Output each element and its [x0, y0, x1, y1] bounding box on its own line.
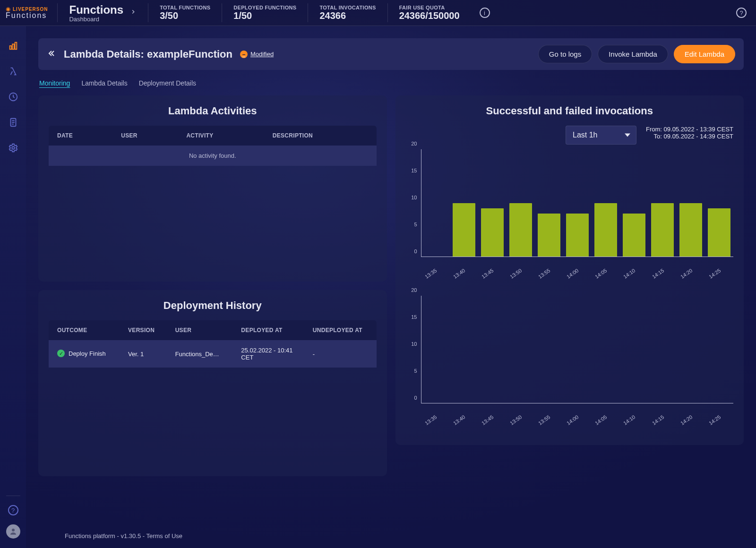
- time-range-meta: From: 09.05.2022 - 13:39 CEST To: 09.05.…: [646, 126, 733, 140]
- svg-point-8: [12, 146, 15, 149]
- svg-point-9: [12, 529, 15, 531]
- gear-icon[interactable]: [8, 142, 19, 154]
- brand-bottom: Functions: [6, 11, 48, 20]
- history-title: Deployment History: [49, 300, 377, 312]
- range-value: Last 1h: [573, 131, 597, 139]
- metric-label: TOTAL INVOCATIONS: [319, 5, 376, 10]
- tab-deployment-details[interactable]: Deployment Details: [139, 79, 196, 87]
- document-icon[interactable]: [8, 117, 19, 128]
- top-header: ◉ LIVEPERSON Functions Functions Dashboa…: [0, 0, 756, 26]
- tab-lambda-details[interactable]: Lambda Details: [81, 79, 127, 87]
- bar: [509, 203, 532, 257]
- footer-platform: Functions platform - v1.30.5: [65, 532, 141, 539]
- metric-value: 24366/150000: [399, 10, 460, 21]
- metric-value: 3/50: [160, 10, 210, 21]
- bar: [538, 214, 560, 257]
- svg-rect-0: [9, 46, 11, 49]
- clock-icon[interactable]: [8, 91, 19, 103]
- empty-text: No activity found.: [49, 146, 377, 166]
- bar: [481, 208, 504, 257]
- metric: TOTAL FUNCTIONS3/50: [148, 3, 222, 22]
- bar: [708, 208, 730, 257]
- metric-label: FAIR USE QUOTA: [399, 5, 460, 10]
- metric-value: 24366: [319, 10, 376, 21]
- table-row: No activity found.: [49, 146, 377, 166]
- metric-value: 1/50: [233, 10, 296, 21]
- lambda-icon[interactable]: [8, 66, 19, 77]
- modified-dot-icon: –: [240, 51, 248, 58]
- bar: [623, 214, 645, 257]
- metric: TOTAL INVOCATIONS24366: [308, 3, 387, 22]
- badge-label: Modified: [250, 51, 274, 58]
- range-from: From: 09.05.2022 - 13:39 CEST: [646, 126, 733, 133]
- header-metrics: TOTAL FUNCTIONS3/50DEPLOYED FUNCTIONS1/5…: [148, 3, 471, 22]
- metric-label: DEPLOYED FUNCTIONS: [233, 5, 296, 10]
- svg-rect-1: [12, 44, 14, 49]
- col-deployed: DEPLOYED AT: [232, 320, 304, 340]
- activities-card: Lambda Activities DATE USER ACTIVITY DES…: [38, 95, 387, 282]
- help-icon[interactable]: ?: [736, 8, 747, 18]
- edit-lambda-button[interactable]: Edit Lambda: [674, 45, 735, 63]
- status-badge[interactable]: – Modified: [240, 51, 274, 58]
- bar: [566, 214, 589, 257]
- invocations-card: Successful and failed invocations Last 1…: [395, 95, 744, 445]
- col-undeployed: UNDEPLOYED AT: [304, 320, 377, 340]
- success-chart: 0510152013:3513:4013:4513:5013:5514:0014…: [406, 149, 734, 267]
- time-range-select[interactable]: Last 1h: [566, 126, 636, 145]
- invoke-lambda-button[interactable]: Invoke Lambda: [598, 45, 668, 63]
- col-date: DATE: [49, 126, 112, 146]
- brand-top: LIVEPERSON: [13, 7, 48, 12]
- terms-link[interactable]: Terms of Use: [146, 532, 182, 539]
- page-title: Lambda Details: exampleFunction: [64, 48, 232, 60]
- bar: [651, 203, 674, 257]
- bar: [679, 203, 702, 257]
- dashboard-icon[interactable]: [8, 40, 19, 51]
- col-user: USER: [112, 126, 178, 146]
- tabs: Monitoring Lambda Details Deployment Det…: [39, 79, 743, 87]
- failed-chart: 0510152013:3513:4013:4513:5013:5514:0014…: [406, 296, 734, 414]
- main-content: Lambda Details: exampleFunction – Modifi…: [26, 26, 756, 548]
- sidebar: ?: [0, 26, 26, 548]
- metric: FAIR USE QUOTA24366/150000: [388, 3, 471, 22]
- activities-title: Lambda Activities: [49, 105, 377, 117]
- history-card: Deployment History OUTCOME VERSION USER …: [38, 290, 387, 476]
- breadcrumb[interactable]: Functions Dashboard: [58, 3, 148, 22]
- col-outcome: OUTCOME: [49, 320, 120, 340]
- page-header: Lambda Details: exampleFunction – Modifi…: [38, 38, 744, 70]
- tab-monitoring[interactable]: Monitoring: [39, 79, 70, 87]
- col-huser: USER: [167, 320, 233, 340]
- table-row[interactable]: ✓Deploy FinishVer. 1Functions_De…25.02.2…: [49, 340, 377, 368]
- crumb-subtitle: Dashboard: [69, 16, 123, 23]
- back-icon[interactable]: [47, 49, 56, 60]
- help-sidebar-icon[interactable]: ?: [8, 505, 19, 516]
- invocations-title: Successful and failed invocations: [406, 105, 734, 117]
- bar: [453, 203, 475, 257]
- activities-table: DATE USER ACTIVITY DESCRIPTION No activi…: [49, 126, 377, 166]
- footer: Functions platform - v1.30.5 - Terms of …: [65, 532, 182, 539]
- bar: [594, 203, 617, 257]
- history-table: OUTCOME VERSION USER DEPLOYED AT UNDEPLO…: [49, 320, 377, 368]
- check-icon: ✓: [57, 350, 65, 357]
- avatar[interactable]: [6, 524, 20, 539]
- metric: DEPLOYED FUNCTIONS1/50: [222, 3, 308, 22]
- info-icon[interactable]: i: [471, 8, 490, 18]
- col-description: DESCRIPTION: [264, 126, 377, 146]
- svg-rect-2: [15, 43, 17, 50]
- brand-logo: ◉ LIVEPERSON Functions: [4, 3, 58, 22]
- col-activity: ACTIVITY: [178, 126, 264, 146]
- go-to-logs-button[interactable]: Go to logs: [538, 45, 592, 63]
- col-version: VERSION: [120, 320, 167, 340]
- chevron-right-icon: [130, 9, 137, 17]
- metric-label: TOTAL FUNCTIONS: [160, 5, 210, 10]
- range-to: To: 09.05.2022 - 14:39 CEST: [646, 133, 733, 140]
- crumb-title: Functions: [69, 3, 123, 17]
